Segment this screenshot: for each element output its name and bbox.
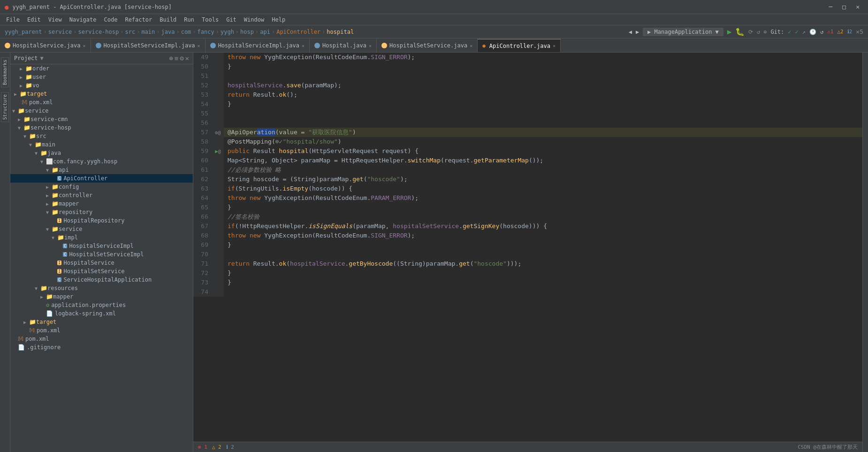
tree-item-resources[interactable]: ▼ 📁 resources: [10, 284, 193, 292]
nav-fwd-btn[interactable]: ▶: [636, 29, 639, 35]
editor-area: 49 throw new YyghException(ResultCodeEnu…: [193, 53, 862, 452]
close-errors-btn[interactable]: ✕5: [856, 28, 863, 35]
win-min-btn[interactable]: ─: [825, 3, 837, 10]
menu-tools[interactable]: Tools: [198, 15, 222, 24]
tree-item-target[interactable]: ▶ 📁 target: [10, 90, 193, 98]
tab-apicontroller[interactable]: ● ApiController.java ✕: [478, 39, 561, 52]
panel-settings-btn[interactable]: ⚙: [180, 54, 183, 62]
win-max-btn[interactable]: □: [838, 3, 850, 10]
bc-hospital[interactable]: hospital: [327, 29, 354, 35]
panel-dropdown-icon[interactable]: ▼: [40, 55, 44, 61]
bc-src[interactable]: src: [125, 29, 135, 35]
tree-item-controller[interactable]: ▶ 📁 controller: [10, 191, 193, 199]
gutter-debug-icon[interactable]: @: [218, 149, 221, 154]
tree-item-hospitalsetserviceimpl[interactable]: C HospitalSetServiceImpl: [10, 250, 193, 259]
menu-view[interactable]: View: [45, 15, 66, 24]
tree-item-hospitalservice[interactable]: I HospitalService: [10, 259, 193, 267]
tab-close-hospitalserviceimpl[interactable]: ✕: [302, 43, 305, 48]
bc-apicontroller[interactable]: ApiController: [276, 29, 320, 35]
bc-main[interactable]: main: [141, 29, 155, 35]
git-arrow[interactable]: ↗: [802, 29, 806, 35]
tree-item-order[interactable]: ▶ 📁 order: [10, 64, 193, 73]
bc-api[interactable]: api: [260, 29, 270, 35]
tree-item-pom3[interactable]: 𝕄 pom.xml: [10, 335, 193, 343]
code-line-52: 52 hospitalService.save(paramMap);: [193, 81, 862, 90]
git-check2[interactable]: ✓: [795, 29, 799, 35]
menu-git[interactable]: Git: [222, 15, 240, 24]
panel-locate-btn[interactable]: ⊕: [169, 54, 173, 62]
tree-item-java[interactable]: ▼ 📁 java: [10, 149, 193, 157]
debug-btn[interactable]: 🐛: [735, 27, 745, 36]
menu-help[interactable]: Help: [268, 15, 289, 24]
right-scrollbar[interactable]: [862, 53, 868, 452]
bc-com[interactable]: com: [181, 29, 191, 35]
menu-file[interactable]: File: [2, 15, 23, 24]
tree-item-main[interactable]: ▼ 📁 main: [10, 140, 193, 149]
gutter-run-icon[interactable]: ▶: [215, 148, 218, 154]
tree-item-config[interactable]: ▶ 📁 config: [10, 183, 193, 191]
tree-item-apicontroller[interactable]: C ApiController: [10, 174, 193, 183]
tab-close-hospital[interactable]: ✕: [369, 43, 372, 48]
menu-navigate[interactable]: Navigate: [66, 15, 100, 24]
tab-close-hospitalsetservice[interactable]: ✕: [470, 43, 472, 48]
tree-item-service-cmn[interactable]: ▶ 📁 service-cmn: [10, 115, 193, 123]
menu-refactor[interactable]: Refactor: [121, 15, 156, 24]
tree-item-servicehospitalapp[interactable]: C ServiceHospitalApplication: [10, 276, 193, 284]
tab-hospital[interactable]: Hospital.java ✕: [310, 39, 377, 52]
tree-item-repository[interactable]: ▼ 📁 repository: [10, 208, 193, 216]
bc-service[interactable]: service: [48, 29, 72, 35]
tab-close-hospitalsetserviceimpl[interactable]: ✕: [198, 43, 200, 48]
tab-close-apicontroller[interactable]: ✕: [553, 43, 556, 48]
tree-item-gitignore[interactable]: 📄 .gitignore: [10, 343, 193, 352]
bc-hosp[interactable]: hosp: [240, 29, 254, 35]
git-check[interactable]: ✓: [788, 29, 791, 35]
menu-run[interactable]: Run: [180, 15, 198, 24]
git-refresh[interactable]: ↺: [820, 29, 823, 35]
tab-hospitalservice[interactable]: HospitalService.java ✕: [0, 39, 91, 52]
tree-item-mapper-res[interactable]: ▶ 📁 mapper: [10, 292, 193, 301]
menu-build[interactable]: Build: [156, 15, 180, 24]
tree-item-src[interactable]: ▼ 📁 src: [10, 132, 193, 140]
tree-item-logback[interactable]: 📄 logback-spring.xml: [10, 309, 193, 318]
tree-item-application-props[interactable]: ⚙ application.properties: [10, 301, 193, 309]
run-btn[interactable]: ▶: [727, 27, 732, 36]
tree-item-api[interactable]: ▼ 📁 api: [10, 166, 193, 174]
tree-item-vo[interactable]: ▶ 📁 vo: [10, 81, 193, 90]
tree-item-service-hosp[interactable]: ▼ 📁 service-hosp: [10, 123, 193, 132]
tree-item-hospitalsetservice[interactable]: I HospitalSetService: [10, 267, 193, 276]
menu-window[interactable]: Window: [240, 15, 268, 24]
tree-item-service-folder[interactable]: ▼ 📁 service: [10, 225, 193, 233]
tree-item-service[interactable]: ▼ 📁 service: [10, 107, 193, 115]
panel-close-btn[interactable]: ✕: [185, 54, 189, 62]
panel-collapse-btn[interactable]: ≡: [175, 54, 178, 62]
tree-item-target2[interactable]: ▶ 📁 target: [10, 318, 193, 326]
menu-edit[interactable]: Edit: [23, 15, 45, 24]
bc-root[interactable]: yygh_parent: [5, 29, 42, 35]
tree-item-mapper[interactable]: ▶ 📁 mapper: [10, 199, 193, 208]
tree-item-hospitalserviceimpl[interactable]: C HospitalServiceImpl: [10, 242, 193, 250]
folder-icon-service-hosp: 📁: [23, 124, 30, 131]
code-editor[interactable]: 49 throw new YyghException(ResultCodeEnu…: [193, 53, 862, 442]
menu-code[interactable]: Code: [100, 15, 122, 24]
bookmarks-tab[interactable]: Bookmarks: [1, 57, 9, 87]
tab-hospitalserviceimpl[interactable]: HospitalServiceImpl.java ✕: [206, 39, 310, 52]
tab-hospitalsetserviceimpl[interactable]: HospitalSetServiceImpl.java ✕: [91, 39, 206, 52]
nav-back-btn[interactable]: ◀: [629, 29, 632, 35]
win-close-btn[interactable]: ✕: [852, 3, 863, 10]
tab-close-hospitalservice[interactable]: ✕: [83, 43, 86, 48]
bc-fancy[interactable]: fancy: [198, 29, 214, 35]
bc-service-hosp[interactable]: service-hosp: [78, 29, 119, 35]
tab-hospitalsetservice[interactable]: HospitalSetService.java ✕: [377, 39, 478, 52]
tree-item-hospitalrepository[interactable]: I HospitalRepository: [10, 216, 193, 225]
error-count: ⚠1: [827, 29, 833, 35]
bc-java[interactable]: java: [161, 29, 175, 35]
tree-item-user[interactable]: ▶ 📁 user: [10, 73, 193, 81]
tree-item-pom2[interactable]: 𝕄 pom.xml: [10, 326, 193, 335]
tree-item-pom1[interactable]: 𝕄 pom.xml: [10, 98, 193, 107]
tree-item-package[interactable]: ▼ ⬜ com.fancy.yygh.hosp: [10, 157, 193, 166]
structure-tab[interactable]: Structure: [1, 92, 9, 122]
project-panel-title: Project: [14, 55, 38, 61]
manage-app-btn[interactable]: ▶ ManageApplication ▼: [643, 28, 723, 36]
tree-item-impl[interactable]: ▼ 📁 impl: [10, 233, 193, 242]
bc-yygh[interactable]: yygh: [221, 29, 234, 35]
